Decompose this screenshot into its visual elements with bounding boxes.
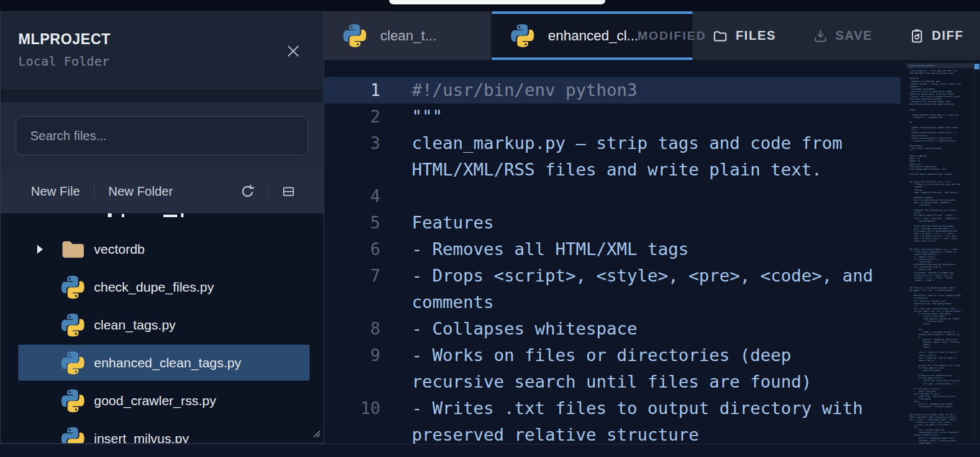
search-panel [1, 102, 324, 169]
tab-bar: clean_t... enhanced_cl... MODIFIED FILES… [324, 11, 980, 60]
close-icon[interactable] [284, 42, 302, 60]
project-title: MLPROJECT [18, 31, 324, 48]
code-editor[interactable]: 1#!/usr/bin/env python32"""3clean_markup… [324, 60, 980, 444]
project-subtitle: Local Folder [18, 54, 324, 69]
minimap[interactable]: #!/usr/bin/env python3 """ clean_markup.… [906, 60, 980, 444]
code-line-4[interactable]: 4 [324, 183, 901, 210]
refresh-icon[interactable] [227, 184, 268, 199]
file-list-item-enhanced-clean-tags-py[interactable]: enhanced_clean_tags.py [18, 345, 310, 381]
code-line-9[interactable]: 9- Works on files or directories (deep r… [324, 342, 901, 395]
save-icon [813, 28, 828, 44]
minimap-scrollbar-track[interactable] [974, 60, 980, 444]
file-list-item-check-dupe-files-py[interactable]: check_dupe_files.py [18, 269, 310, 305]
file-name: enhanced_clean_tags.py [94, 355, 242, 371]
search-input[interactable] [16, 116, 308, 155]
code-line-8[interactable]: 8- Collapses whitespace [324, 316, 901, 342]
diff-clipboard-icon [909, 28, 925, 44]
code-line-7[interactable]: 7- Drops <script>, <style>, <pre>, <code… [324, 263, 901, 316]
file-list-item-insert-milvus-py[interactable]: insert_milvus.py [18, 420, 310, 444]
code-line-6[interactable]: 6- Removes all HTML/XML tags [324, 236, 901, 263]
sidebar-resize-handle-icon[interactable] [312, 429, 322, 441]
minimap-scrollbar-thumb[interactable] [974, 64, 979, 69]
tab-label: enhanced_cl... [548, 28, 638, 44]
toolbar-button-label: FILES [735, 28, 776, 43]
code-text: - Works on files or directories (deep re… [412, 342, 885, 395]
line-number: 3 [324, 130, 380, 183]
file-list-item-vectordb[interactable]: vectordb [18, 231, 310, 267]
tab-clean-tags[interactable]: clean_t... [324, 11, 492, 60]
editor-toolbar: FILESSAVEDIFF [692, 11, 980, 60]
minimap-code-text: #!/usr/bin/env python3 """ clean_markup.… [909, 64, 962, 454]
line-number: 4 [324, 183, 380, 210]
split-view-icon[interactable] [269, 184, 308, 199]
code-line-10[interactable]: 10- Writes .txt files to output director… [324, 395, 901, 444]
file-name: check_dupe_files.py [94, 280, 214, 295]
partially-scrolled-file-item[interactable] [90, 210, 229, 218]
code-text: - Removes all HTML/XML tags [412, 236, 885, 263]
file-list: vectordb check_dupe_files.py clean_tags.… [1, 213, 324, 444]
python-icon [343, 24, 366, 47]
code-text: Features [412, 210, 885, 236]
folder-icon [61, 239, 85, 259]
code-text [412, 183, 885, 210]
file-list-item-good-crawler-rss-py[interactable]: good_crawler_rss.py [18, 383, 310, 418]
top-window-strip [0, 0, 980, 11]
code-text: - Writes .txt files to output directory … [412, 395, 885, 444]
tab-enhanced-clean-tags[interactable]: enhanced_cl... [492, 11, 692, 60]
file-name: insert_milvus.py [94, 431, 189, 444]
python-icon [61, 389, 85, 412]
line-number: 1 [324, 77, 380, 104]
code-text: clean_markup.py — strip tags and code fr… [412, 130, 885, 183]
file-list-item-clean-tags-py[interactable]: clean_tags.py [18, 307, 310, 343]
new-folder-button[interactable]: New Folder [95, 184, 187, 199]
file-name: vectordb [94, 242, 145, 257]
sidebar-header: MLPROJECT Local Folder [1, 12, 324, 88]
python-icon [61, 275, 85, 299]
file-explorer-sidebar: MLPROJECT Local Folder New File New Fold… [0, 11, 324, 444]
line-number: 5 [324, 210, 380, 236]
diff-button[interactable]: DIFF [909, 28, 964, 44]
editor-pane: clean_t... enhanced_cl... MODIFIED FILES… [324, 11, 980, 444]
line-number: 10 [324, 395, 380, 444]
toolbar-button-label: DIFF [932, 28, 964, 43]
python-icon [511, 24, 534, 47]
python-icon [61, 313, 85, 336]
line-number: 2 [324, 104, 380, 130]
folder-outline-icon [713, 28, 728, 44]
bottom-status-strip [0, 444, 980, 457]
code-line-1[interactable]: 1#!/usr/bin/env python3 [324, 77, 901, 104]
tab-label: clean_t... [380, 28, 436, 44]
line-number: 6 [324, 236, 380, 263]
sidebar-toolbar: New File New Folder [1, 169, 324, 213]
file-name: good_crawler_rss.py [94, 393, 216, 408]
code-text: - Drops <script>, <style>, <pre>, <code>… [412, 263, 885, 316]
code-text: - Collapses whitespace [412, 316, 885, 342]
python-icon [61, 351, 85, 374]
code-line-5[interactable]: 5Features [324, 210, 901, 236]
browser-omnibox-bottom-edge [389, 0, 605, 4]
line-number: 7 [324, 263, 380, 316]
code-line-2[interactable]: 2""" [324, 104, 901, 130]
python-icon [61, 427, 85, 444]
code-text: #!/usr/bin/env python3 [412, 77, 885, 104]
code-line-3[interactable]: 3clean_markup.py — strip tags and code f… [324, 130, 901, 183]
line-number: 8 [324, 316, 380, 342]
code-text: """ [412, 104, 885, 130]
file-name: clean_tags.py [94, 318, 176, 333]
toolbar-button-label: SAVE [836, 28, 873, 43]
chevron-right-icon[interactable] [35, 243, 45, 256]
line-number: 9 [324, 342, 380, 395]
files-button[interactable]: FILES [713, 28, 776, 44]
save-button[interactable]: SAVE [813, 28, 873, 44]
new-file-button[interactable]: New File [16, 184, 94, 199]
